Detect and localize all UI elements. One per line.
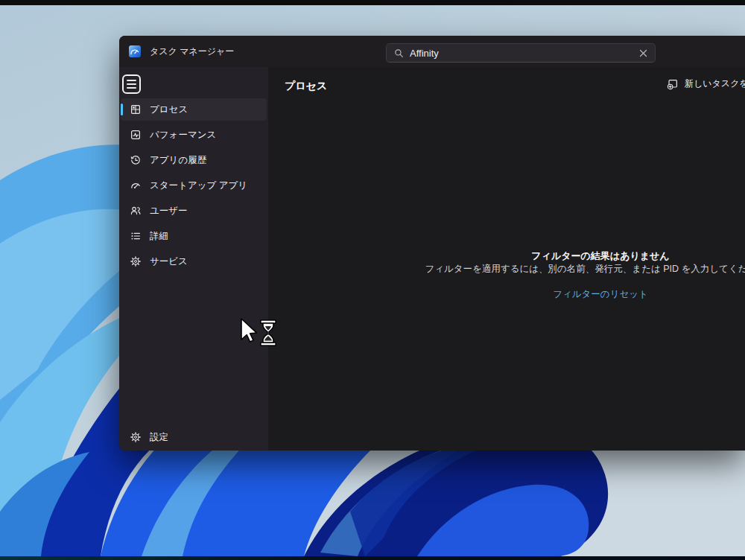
empty-state-description: フィルターを適用するには、別の名前、発行元、または PID を入力してください。 bbox=[392, 263, 745, 276]
search-icon bbox=[394, 48, 404, 58]
services-icon bbox=[130, 255, 142, 267]
search-box[interactable] bbox=[386, 43, 656, 63]
hamburger-icon bbox=[127, 80, 136, 81]
sidebar-item-users[interactable]: ユーザー bbox=[121, 200, 267, 222]
sidebar: プロセス パフォーマンス bbox=[119, 67, 268, 451]
task-manager-app-icon bbox=[129, 45, 141, 57]
sidebar-item-label: プロセス bbox=[150, 104, 188, 116]
startup-apps-icon bbox=[130, 179, 142, 191]
details-icon bbox=[130, 230, 142, 242]
app-history-icon bbox=[130, 154, 142, 166]
sidebar-item-app-history[interactable]: アプリの履歴 bbox=[121, 149, 267, 171]
sidebar-nav: プロセス パフォーマンス bbox=[121, 98, 267, 276]
screen-top-bar bbox=[0, 0, 745, 5]
window-title: タスク マネージャー bbox=[150, 36, 234, 67]
sidebar-item-label: アプリの履歴 bbox=[150, 154, 206, 167]
task-manager-window: タスク マネージャー bbox=[119, 36, 745, 451]
empty-state-title: フィルターの結果はありません bbox=[392, 249, 745, 262]
gear-icon bbox=[130, 431, 142, 443]
sidebar-item-label: スタートアップ アプリ bbox=[150, 179, 247, 192]
main-content: プロセス 新しいタスクを実行する フィルターの結果はありません フィルターを適用… bbox=[268, 67, 745, 451]
run-new-task-label: 新しいタスクを実行する bbox=[685, 77, 745, 90]
clear-search-button[interactable] bbox=[634, 44, 652, 62]
reset-filter-link[interactable]: フィルターのリセット bbox=[553, 288, 648, 301]
sidebar-item-startup-apps[interactable]: スタートアップ アプリ bbox=[121, 174, 267, 197]
sidebar-item-label: 詳細 bbox=[150, 230, 168, 243]
run-new-task-icon bbox=[667, 78, 679, 90]
performance-icon bbox=[130, 129, 142, 141]
sidebar-item-label: パフォーマンス bbox=[150, 129, 216, 141]
sidebar-item-label: 設定 bbox=[150, 431, 168, 444]
sidebar-item-details[interactable]: 詳細 bbox=[121, 225, 267, 247]
navigation-toggle-button[interactable] bbox=[122, 74, 141, 94]
sidebar-item-processes[interactable]: プロセス bbox=[121, 98, 267, 121]
sidebar-item-label: サービス bbox=[150, 255, 188, 268]
sidebar-item-settings[interactable]: 設定 bbox=[121, 426, 267, 448]
run-new-task-button[interactable]: 新しいタスクを実行する bbox=[667, 77, 745, 90]
sidebar-item-performance[interactable]: パフォーマンス bbox=[121, 124, 267, 146]
sidebar-settings: 設定 bbox=[121, 426, 267, 451]
page-title: プロセス bbox=[285, 80, 327, 93]
users-icon bbox=[130, 205, 142, 217]
sidebar-item-services[interactable]: サービス bbox=[121, 250, 267, 273]
search-input[interactable] bbox=[410, 48, 634, 59]
titlebar[interactable]: タスク マネージャー bbox=[119, 36, 745, 67]
processes-icon bbox=[130, 104, 142, 115]
sidebar-item-label: ユーザー bbox=[150, 205, 188, 217]
screen-bottom-bar bbox=[0, 556, 745, 560]
filter-empty-state: フィルターの結果はありません フィルターを適用するには、別の名前、発行元、または… bbox=[392, 249, 745, 301]
close-icon bbox=[639, 49, 647, 57]
desktop: タスク マネージャー bbox=[0, 0, 745, 560]
selection-accent-bar bbox=[121, 104, 123, 115]
